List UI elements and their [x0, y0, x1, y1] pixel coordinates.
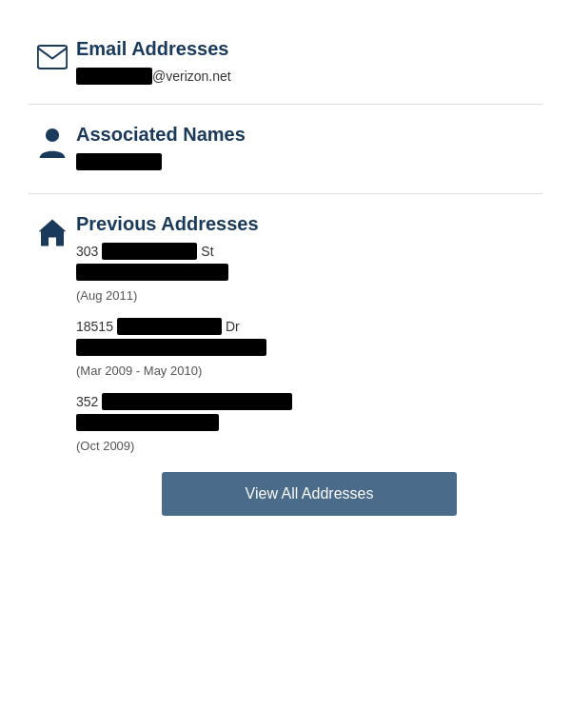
svg-rect-0 [38, 46, 67, 69]
address-2-city [76, 339, 542, 360]
address-3-street: 352 [76, 393, 542, 410]
house-icon [37, 217, 68, 247]
address-item-1: 303 St (Aug 2011) [76, 243, 542, 303]
address-2-number: 18515 [76, 319, 113, 334]
address-3-city-redacted [76, 414, 219, 431]
person-icon [37, 128, 68, 158]
email-icon [37, 42, 68, 72]
person-icon-wrap [29, 124, 76, 158]
address-2-suffix: Dr [226, 319, 240, 334]
addresses-section: Previous Addresses 303 St (Aug 2011) 185… [29, 194, 542, 544]
address-3-number: 352 [76, 394, 98, 409]
addresses-content: Previous Addresses 303 St (Aug 2011) 185… [76, 213, 542, 525]
address-1-street: 303 St [76, 243, 542, 260]
svg-marker-2 [39, 219, 67, 246]
address-item-3: 352 (Oct 2009) [76, 393, 542, 453]
address-2-street: 18515 Dr [76, 318, 542, 335]
address-1-city [76, 264, 542, 285]
email-title: Email Addresses [76, 38, 542, 60]
page-container: Email Addresses @verizon.net Associated … [0, 0, 571, 563]
email-value-line: @verizon.net [76, 68, 542, 85]
address-1-date: (Aug 2011) [76, 288, 542, 303]
name-redacted [76, 153, 162, 170]
address-1-street-redacted [102, 243, 197, 260]
address-1-suffix: St [201, 244, 213, 259]
email-suffix: @verizon.net [152, 69, 231, 84]
addresses-title: Previous Addresses [76, 213, 542, 235]
view-all-addresses-button[interactable]: View All Addresses [162, 472, 457, 516]
email-section: Email Addresses @verizon.net [29, 19, 542, 105]
names-content: Associated Names [76, 124, 542, 174]
email-icon-wrap [29, 38, 76, 72]
address-1-number: 303 [76, 244, 98, 259]
address-2-street-redacted [117, 318, 222, 335]
address-3-city [76, 414, 542, 435]
address-1-city-redacted [76, 264, 228, 281]
address-2-city-redacted [76, 339, 266, 356]
email-redacted [76, 68, 152, 85]
names-section: Associated Names [29, 105, 542, 194]
address-3-street-redacted [102, 393, 292, 410]
svg-point-1 [46, 128, 59, 142]
names-title: Associated Names [76, 124, 542, 146]
address-2-date: (Mar 2009 - May 2010) [76, 364, 542, 378]
address-item-2: 18515 Dr (Mar 2009 - May 2010) [76, 318, 542, 378]
email-content: Email Addresses @verizon.net [76, 38, 542, 85]
address-3-date: (Oct 2009) [76, 439, 542, 453]
house-icon-wrap [29, 213, 76, 247]
